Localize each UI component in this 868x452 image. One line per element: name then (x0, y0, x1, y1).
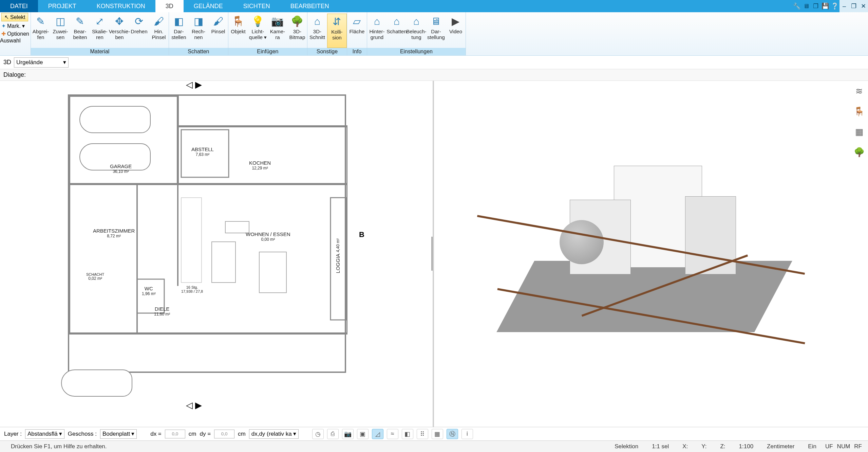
wave-icon[interactable]: ≈ (387, 429, 398, 439)
tool-objekt[interactable]: 🪑Objekt (228, 14, 248, 48)
surface-icon[interactable]: ◿ (372, 429, 383, 439)
printer-icon[interactable]: ⎙ (327, 429, 339, 439)
room-label-kochen: KOCHEN12,29 m² (249, 160, 271, 170)
dy-unit: cm (238, 431, 246, 437)
group-label-material: Material (31, 48, 169, 55)
maximize-button[interactable]: ❐ (849, 0, 858, 12)
layer-select[interactable]: Abstandsflä▾ (25, 429, 64, 439)
layers2-icon[interactable]: ◧ (402, 429, 413, 439)
group-label-auswahl: Auswahl (0, 38, 31, 44)
tree-icon[interactable]: 🌳 (853, 146, 865, 158)
tab-datei[interactable]: DATEI (0, 0, 38, 12)
chair-icon[interactable]: 🪑 (853, 105, 865, 117)
house-3d-model (475, 156, 814, 342)
palette-icon[interactable]: ▦ (853, 126, 865, 138)
drehen-icon: ⟳ (135, 14, 143, 29)
layers-icon[interactable]: ≋ (853, 85, 865, 97)
coord-mode-select[interactable]: dx,dy (relativ ka▾ (249, 429, 299, 439)
bearbeiten-icon: ✎ (76, 14, 84, 29)
cube-icon[interactable]: ▣ (357, 429, 369, 439)
tab-3d[interactable]: 3D (155, 0, 184, 12)
side-toolbar: ≋ 🪑 ▦ 🌳 (853, 85, 865, 158)
tool-zuweisen[interactable]: ◫Zuwei-sen (51, 14, 70, 48)
mark-button[interactable]: ✦Mark. ▾ (0, 22, 31, 30)
camera-icon[interactable]: 📷 (342, 429, 354, 439)
clock-icon[interactable]: ◷ (312, 429, 324, 439)
tool-abgreifen[interactable]: ✎Abgrei-fen (31, 14, 51, 48)
options-button[interactable]: ✚Optionen (0, 30, 31, 38)
info-icon[interactable]: i (461, 429, 473, 439)
help-icon[interactable]: ❔ (830, 0, 839, 12)
ribbon: ↖Selekt ✦Mark. ▾ ✚Optionen Auswahl ✎Abgr… (0, 12, 868, 56)
schatten-set-icon: ⌂ (394, 14, 400, 29)
minimize-button[interactable]: – (839, 0, 849, 12)
tab-gelaende[interactable]: GELÄNDE (184, 0, 233, 12)
tool-3d-bitmap[interactable]: 🌳3D-Bitmap (287, 14, 307, 48)
room-label-arbeitszimmer: ARBEITSZIMMER8,72 m² (93, 228, 135, 238)
tool-kollision[interactable]: ⇵Kolli-sion (327, 14, 347, 48)
chevron-down-icon: ▾ (63, 59, 66, 66)
status-y: Y: (695, 443, 713, 450)
view-select-bar: 3D Urgelände▾ (0, 56, 868, 69)
beleuchtung-icon: ⌂ (413, 14, 419, 29)
n-icon[interactable]: Ⓝ (447, 429, 458, 439)
geschoss-select[interactable]: Bodenplatt▾ (100, 429, 137, 439)
skalieren-icon: ⤢ (95, 14, 104, 29)
hintergrund-icon: ⌂ (374, 14, 380, 29)
tab-sichten[interactable]: SICHTEN (233, 0, 280, 12)
tool-drehen[interactable]: ⟳Drehen (129, 14, 149, 48)
monitor-icon[interactable]: 🖥 (801, 0, 811, 12)
dy-input[interactable] (214, 430, 234, 438)
section-b-right: B (359, 230, 364, 239)
stair-label: 16 Stg. 17,938 / 27,8 (181, 285, 203, 293)
floorplan-pane[interactable]: ◁ ▶ B B GARAGE36 (0, 81, 434, 427)
window-icon[interactable]: ❐ (811, 0, 820, 12)
room-label-wohnen: WOHNEN / ESSEN0,00 m² (246, 232, 290, 242)
dots-icon[interactable]: ⠿ (417, 429, 428, 439)
tool-3d-schnitt[interactable]: ⌂3D-Schnitt (307, 14, 327, 48)
group-label-schatten: Schatten (169, 48, 228, 55)
plus-icon: ✚ (1, 31, 6, 37)
room-label-loggia: LOGGIA 4,40 m² (335, 238, 341, 273)
status-selection: Selektion (608, 443, 645, 450)
tool-darstellung[interactable]: 🖥Dar-stellung (426, 14, 446, 48)
close-button[interactable]: ✕ (858, 0, 868, 12)
tab-konstruktion[interactable]: KONSTRUKTION (87, 0, 155, 12)
status-sel-ratio: 1:1 sel (645, 443, 676, 450)
dialog-label: Dialoge: (3, 71, 26, 78)
tool-kamera[interactable]: 📷Kame-ra (268, 14, 287, 48)
svg-rect-11 (181, 198, 202, 283)
tool-schatten-set[interactable]: ⌂Schatten (387, 14, 407, 48)
car-icon (79, 106, 151, 133)
layer-label: Layer : (4, 431, 22, 437)
tab-projekt[interactable]: PROJEKT (38, 0, 87, 12)
tool-rechnen[interactable]: ◨Rech-nen (189, 14, 208, 48)
select-button[interactable]: ↖Selekt (1, 13, 28, 21)
save-icon[interactable]: 💾 (820, 0, 830, 12)
status-z: Z: (713, 443, 732, 450)
tool-hintergrund[interactable]: ⌂Hinter-grund (367, 14, 387, 48)
tool-darstellen[interactable]: ◧Dar-stellen (169, 14, 189, 48)
pane-splitter[interactable] (431, 237, 434, 271)
terrain-combo[interactable]: Urgelände▾ (14, 57, 69, 68)
grid-icon[interactable]: ▦ (432, 429, 443, 439)
tool-pinsel[interactable]: 🖌Pinsel (208, 14, 228, 48)
ribbon-group-schatten: ◧Dar-stellen◨Rech-nen🖌Pinsel Schatten (169, 12, 228, 55)
flaeche-icon: ▱ (353, 14, 361, 29)
dx-input[interactable] (165, 430, 185, 438)
tool-beleuchtung[interactable]: ⌂Beleuch-tung (407, 14, 426, 48)
tool-lichtquelle[interactable]: 💡Licht-quelle ▾ (248, 14, 268, 48)
ribbon-group-material: ✎Abgrei-fen◫Zuwei-sen✎Bear-beiten⤢Skalie… (31, 12, 169, 55)
wrench-icon[interactable]: 🔧 (792, 0, 801, 12)
tool-flaeche[interactable]: ▱Fläche (347, 14, 367, 48)
coord-bar: Layer : Abstandsflä▾ Geschoss : Bodenpla… (0, 427, 868, 440)
tab-bearbeiten[interactable]: BEARBEITEN (280, 0, 339, 12)
tool-verschieben[interactable]: ✥Verschie-ben (110, 14, 129, 48)
tool-hin-pinsel[interactable]: 🖌Hin.Pinsel (149, 14, 169, 48)
tool-video[interactable]: ▶Video (446, 14, 466, 48)
status-rf: RF (852, 443, 864, 450)
tool-skalieren[interactable]: ⤢Skalie-ren (90, 14, 110, 48)
3d-schnitt-icon: ⌂ (314, 14, 320, 29)
group-label-sonstige: Sonstige (307, 48, 347, 55)
tool-bearbeiten[interactable]: ✎Bear-beiten (70, 14, 90, 48)
